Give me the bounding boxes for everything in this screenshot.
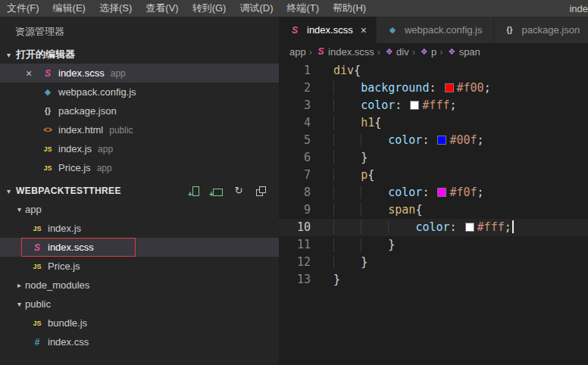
- explorer-actions: ↻: [189, 185, 279, 197]
- new-folder-button[interactable]: [211, 185, 223, 197]
- close-icon[interactable]: ×: [26, 68, 41, 79]
- code-line[interactable]: 3 color: #fff;: [279, 97, 588, 114]
- symbol-icon: ❖: [418, 47, 430, 57]
- workspace-label: WEBPACKTESTTHREE: [16, 186, 121, 196]
- open-editor-item[interactable]: {}package.json: [0, 101, 279, 120]
- file-name: index.html: [58, 124, 103, 136]
- code-line[interactable]: 6 }: [279, 149, 588, 167]
- tab-label: package.json: [522, 24, 580, 36]
- refresh-button[interactable]: ↻: [233, 185, 245, 197]
- token: :: [450, 220, 464, 234]
- token: [388, 220, 415, 234]
- tree-file-Price.js[interactable]: JSPrice.js: [0, 257, 279, 276]
- css-icon: #: [30, 337, 44, 348]
- token: ;: [484, 81, 491, 95]
- breadcrumb-item[interactable]: ❖span: [446, 46, 480, 58]
- code-line[interactable]: 9 span{: [279, 201, 588, 219]
- breadcrumb-item[interactable]: app: [289, 46, 306, 58]
- menu-item-help[interactable]: 帮助(H): [326, 0, 373, 17]
- explorer-sidebar: 资源管理器 ▾ 打开的编辑器 ×Sindex.scssapp◆webpack.c…: [0, 17, 279, 365]
- breadcrumb-label: span: [459, 46, 480, 58]
- menu-item-selection[interactable]: 选择(S): [92, 0, 139, 17]
- tree-file-index.css[interactable]: #index.css: [0, 332, 279, 351]
- code-text: p{: [333, 167, 374, 184]
- breadcrumb-item[interactable]: Sindex.scss: [315, 46, 374, 58]
- tree-folder-public[interactable]: ▾public: [0, 295, 279, 314]
- menu-bar: 文件(F)编辑(E)选择(S)查看(V)转到(G)调试(D)终端(T)帮助(H)…: [0, 0, 588, 17]
- tree-file-bundle.js[interactable]: JSbundle.js: [0, 314, 279, 332]
- scss-icon: S: [30, 242, 44, 253]
- open-editors-list: ×Sindex.scssapp◆webpack.config.js{}packa…: [0, 64, 279, 177]
- breadcrumb-item[interactable]: ❖p: [418, 46, 436, 58]
- code-line[interactable]: 4 h1{: [279, 114, 588, 132]
- close-icon[interactable]: ×: [361, 24, 367, 36]
- open-editor-item[interactable]: ◆webpack.config.js: [0, 83, 279, 101]
- file-name: app: [25, 204, 42, 215]
- token: [333, 186, 361, 199]
- code-text: }: [333, 271, 340, 289]
- open-editor-item[interactable]: <>index.htmlpublic: [0, 120, 279, 139]
- code-text: color: #f0f;: [333, 184, 484, 201]
- menu-item-terminal[interactable]: 终端(T): [280, 0, 326, 17]
- tree-file-index.scss[interactable]: Sindex.scss: [0, 238, 279, 257]
- code-editor[interactable]: 1div{2 background: #f00;3 color: #fff;4 …: [279, 60, 588, 365]
- file-name: index.scss: [58, 67, 105, 79]
- chevron-right-icon: ›: [374, 46, 383, 58]
- menu-item-debug[interactable]: 调试(D): [233, 0, 280, 17]
- tree-folder-node_modules[interactable]: ▸node_modules: [0, 276, 279, 295]
- file-name: package.json: [58, 105, 117, 117]
- code-text: background: #f00;: [333, 80, 491, 97]
- open-editors-header[interactable]: ▾ 打开的编辑器: [0, 45, 279, 64]
- tab-index.scss[interactable]: Sindex.scss×: [279, 17, 377, 43]
- tab-webpack.config.js[interactable]: ◆webpack.config.js: [377, 17, 494, 43]
- breadcrumb-item[interactable]: ❖div: [383, 46, 409, 58]
- tree-folder-app[interactable]: ▾app: [0, 200, 279, 219]
- line-number: 8: [279, 184, 311, 201]
- line-number: 2: [279, 80, 311, 97]
- menu-item-file[interactable]: 文件(F): [0, 0, 46, 17]
- code-line[interactable]: 2 background: #f00;: [279, 80, 588, 97]
- token: color: [388, 186, 422, 199]
- open-editor-item[interactable]: JSPrice.jsapp: [0, 158, 279, 177]
- token: color: [415, 220, 449, 234]
- breadcrumb-label: app: [289, 46, 306, 58]
- workspace-header[interactable]: ▾ WEBPACKTESTTHREE ↻: [0, 182, 279, 200]
- open-editor-item[interactable]: JSindex.jsapp: [0, 139, 279, 158]
- code-line[interactable]: 11 }: [279, 236, 588, 254]
- menu-item-edit[interactable]: 编辑(E): [46, 0, 92, 17]
- tree-file-index.js[interactable]: JSindex.js: [0, 219, 279, 238]
- code-line[interactable]: 8 color: #f0f;: [279, 184, 588, 201]
- code-line[interactable]: 10 color: #fff;: [279, 219, 588, 236]
- menu-item-view[interactable]: 查看(V): [139, 0, 185, 17]
- file-name: index.scss: [48, 242, 94, 253]
- code-line[interactable]: 1div{: [279, 62, 588, 80]
- menu-item-goto[interactable]: 转到(G): [186, 0, 233, 17]
- chevron-right-icon: ›: [436, 46, 446, 58]
- token: #f00: [457, 81, 484, 95]
- color-swatch: [465, 223, 474, 232]
- token: p: [361, 168, 368, 182]
- code-line[interactable]: 5 color: #00f;: [279, 132, 588, 149]
- file-name: index.css: [48, 336, 89, 348]
- explorer-title: 资源管理器: [0, 17, 279, 45]
- code-line[interactable]: 7 p{: [279, 167, 588, 184]
- code-line[interactable]: 13}: [279, 271, 588, 289]
- symbol-icon: ❖: [446, 47, 458, 57]
- new-file-button[interactable]: [189, 185, 201, 197]
- file-tree: ▾appJSindex.jsSindex.scssJSPrice.js▸node…: [0, 200, 279, 351]
- collapse-all-button[interactable]: [255, 185, 267, 197]
- code-text: div{: [333, 62, 361, 80]
- line-number: 5: [279, 132, 311, 149]
- line-number: 13: [279, 271, 311, 289]
- chevron-down-icon: ▾: [3, 51, 14, 59]
- chevron-down-icon: ▾: [14, 205, 25, 214]
- line-number: 10: [279, 219, 311, 236]
- breadcrumb-label: p: [431, 46, 436, 58]
- token: [361, 203, 388, 217]
- line-number: 11: [279, 236, 311, 254]
- json-icon: {}: [503, 26, 517, 34]
- code-line[interactable]: 12 }: [279, 254, 588, 271]
- tab-package.json[interactable]: {}package.json: [494, 17, 588, 43]
- open-editor-item[interactable]: ×Sindex.scssapp: [0, 64, 279, 83]
- token: [333, 238, 361, 251]
